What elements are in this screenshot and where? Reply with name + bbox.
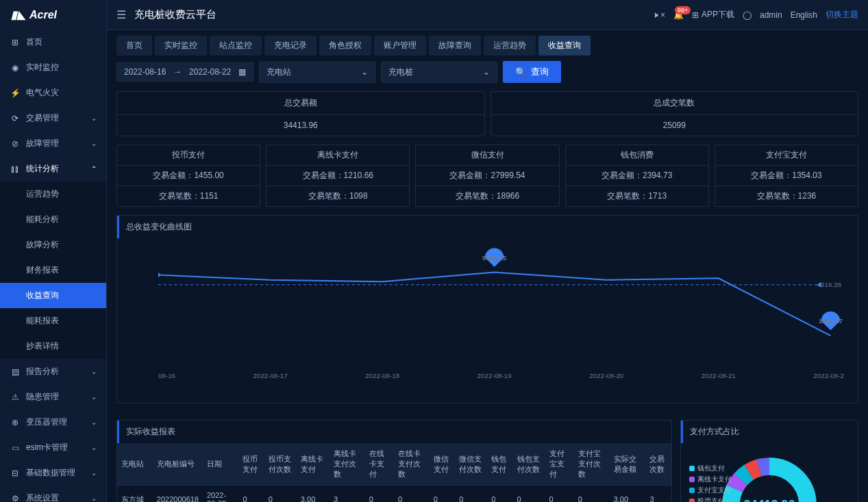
svg-text:2022-08-16: 2022-08-16 xyxy=(158,372,176,379)
tab[interactable]: 实时监控 xyxy=(155,36,207,55)
submenu-item[interactable]: 故障分析 xyxy=(0,232,106,258)
chevron-icon: ⌄ xyxy=(91,444,97,451)
submenu-item[interactable]: 收益查询 xyxy=(0,283,106,308)
table-header: 充电站 xyxy=(117,443,153,486)
table-cell: 0 xyxy=(394,486,430,503)
submenu-item[interactable]: 财务报表 xyxy=(0,258,106,283)
table-cell: 3 xyxy=(330,486,365,503)
table-row: 东方城20220006182022-08-22003.003000000003.… xyxy=(117,486,671,503)
svg-text:5658.25: 5658.25 xyxy=(482,254,507,262)
content: 2022-08-16 → 2022-08-22 ▦ 充电站 ⌄ 充电桩 ⌄ 🔍 … xyxy=(107,61,868,502)
mute-icon[interactable]: 🕨× xyxy=(652,10,665,20)
chevron-icon: ⌄ xyxy=(91,368,97,375)
tab[interactable]: 故障查询 xyxy=(429,36,481,55)
lang-switch[interactable]: English xyxy=(791,10,817,20)
table-cell: 2022-08-22 xyxy=(203,486,238,503)
tab[interactable]: 运营趋势 xyxy=(484,36,536,55)
table-cell: 0 xyxy=(545,486,574,503)
sidebar-item[interactable]: ⊟ 基础数据管理 ⌄ xyxy=(0,460,106,486)
menu-label: 首页 xyxy=(26,36,97,48)
chart-title: 总收益变化曲线图 xyxy=(117,216,858,238)
chevron-icon: ⌃ xyxy=(91,165,97,173)
tab[interactable]: 站点监控 xyxy=(210,36,262,55)
svg-text:1891.17: 1891.17 xyxy=(819,317,843,325)
header: ☰ 充电桩收费云平台 🕨× 🔔99+ ⊞ APP下载 ◯ admin Engli… xyxy=(107,0,868,30)
summary-card: 总成交笔数 25099 xyxy=(491,91,859,136)
paytype-title: 离线卡支付 xyxy=(266,145,409,166)
sidebar-item[interactable]: ⊘ 故障管理 ⌄ xyxy=(0,131,106,156)
tab[interactable]: 收益查询 xyxy=(538,36,591,55)
table-cell: 3.00 xyxy=(610,486,646,503)
date-range-input[interactable]: 2022-08-16 → 2022-08-22 ▦ xyxy=(116,62,253,81)
table-cell: 0 xyxy=(455,486,487,503)
table-header: 钱包支付次数 xyxy=(513,443,545,486)
theme-switch[interactable]: 切换主题 xyxy=(826,9,858,21)
menu-icon: ⚠ xyxy=(10,392,21,402)
menu-icon: ⚡ xyxy=(10,88,21,98)
sidebar-item[interactable]: ⚙ 系统设置 ⌄ xyxy=(0,486,106,502)
submenu-item[interactable]: 能耗分析 xyxy=(0,207,106,232)
brand-logo: ▮◣ Acrel xyxy=(0,0,106,29)
legend-label: 钱包支付 xyxy=(697,464,725,473)
search-button[interactable]: 🔍 查询 xyxy=(503,61,561,83)
sidebar-item[interactable]: ⚡ 电气火灾 xyxy=(0,80,106,105)
sidebar-item[interactable]: ⊕ 变压器管理 ⌄ xyxy=(0,410,106,435)
bell-icon[interactable]: 🔔99+ xyxy=(673,10,684,20)
tab[interactable]: 角色授权 xyxy=(319,36,371,55)
table-cell: 0 xyxy=(513,486,545,503)
svg-text:2022-08-21: 2022-08-21 xyxy=(702,372,736,379)
legend-item: 钱包支付 xyxy=(689,464,732,473)
paytype-amount: 交易金额：27999.54 xyxy=(416,166,558,186)
menu-label: 实时监控 xyxy=(26,62,97,73)
submenu-item[interactable]: 抄表详情 xyxy=(0,334,106,359)
menu-icon: ◉ xyxy=(10,63,21,73)
pile-select[interactable]: 充电桩 ⌄ xyxy=(381,62,497,83)
table-header: 离线卡支付次数 xyxy=(330,443,365,486)
tab[interactable]: 账户管理 xyxy=(374,36,426,55)
calendar-icon: ▦ xyxy=(238,67,246,77)
sidebar-item[interactable]: ▭ esim卡管理 ⌄ xyxy=(0,435,106,460)
tab[interactable]: 充电记录 xyxy=(264,36,317,55)
legend-label: 支付宝支付 xyxy=(697,486,732,495)
paytype-amount: 交易金额：1354.03 xyxy=(715,166,858,186)
chevron-icon: ⌄ xyxy=(91,114,97,122)
legend-item: 支付宝支付 xyxy=(689,486,732,495)
paytype-row: 投币支付 交易金额：1455.00 交易笔数：1151离线卡支付 交易金额：12… xyxy=(116,145,858,207)
menu-label: 变压器管理 xyxy=(26,416,86,428)
chevron-icon: ⌄ xyxy=(91,469,97,477)
sidebar-item[interactable]: ⚠ 隐患管理 ⌄ xyxy=(0,384,106,410)
user-icon[interactable]: ◯ xyxy=(743,10,752,20)
submenu-item[interactable]: 运营趋势 xyxy=(0,181,106,207)
paytype-card: 离线卡支付 交易金额：1210.66 交易笔数：1098 xyxy=(266,145,410,207)
tabs-bar: 首页实时监控站点监控充电记录角色授权账户管理故障查询运营趋势收益查询 xyxy=(107,30,868,61)
paytype-amount: 交易金额：1455.00 xyxy=(117,166,260,186)
menu-label: 系统设置 xyxy=(26,492,86,502)
menu-icon: ⊕ xyxy=(10,418,21,427)
menu-label: 电气火灾 xyxy=(26,87,97,99)
table-title: 实际收益报表 xyxy=(117,421,671,443)
sidebar-item[interactable]: ⫿⫿ 统计分析 ⌃ xyxy=(0,156,106,181)
page-title: 充电桩收费云平台 xyxy=(134,8,216,21)
menu-icon: ⟳ xyxy=(10,114,21,123)
table-cell: 3.00 xyxy=(297,486,330,503)
paytype-title: 投币支付 xyxy=(117,145,260,166)
menu-icon: ▤ xyxy=(10,367,21,377)
sidebar-item[interactable]: ⟳ 交易管理 ⌄ xyxy=(0,105,106,131)
sidebar-item[interactable]: ⊞ 首页 xyxy=(0,29,106,55)
table-header: 钱包支付 xyxy=(487,443,512,486)
table-wrap: 充电站充电桩编号日期投币支付投币支付次数离线卡支付离线卡支付次数在线卡支付在线卡… xyxy=(117,443,671,502)
station-select[interactable]: 充电站 ⌄ xyxy=(259,62,375,83)
menu-toggle-icon[interactable]: ☰ xyxy=(116,8,126,21)
user-name[interactable]: admin xyxy=(760,10,782,20)
table-cell: 0 xyxy=(264,486,297,503)
submenu-item[interactable]: 能耗报表 xyxy=(0,308,106,334)
svg-text:2022-08-19: 2022-08-19 xyxy=(478,372,512,379)
tab[interactable]: 首页 xyxy=(116,36,152,55)
sidebar-item[interactable]: ▤ 报告分析 ⌄ xyxy=(0,359,106,384)
paytype-card: 支付宝支付 交易金额：1354.03 交易笔数：1236 xyxy=(715,145,858,207)
paytype-count: 交易笔数：18966 xyxy=(416,186,558,206)
download-link[interactable]: ⊞ APP下载 xyxy=(692,9,734,21)
paytype-title: 钱包消费 xyxy=(566,145,708,166)
table-cell: 0 xyxy=(365,486,394,503)
sidebar-item[interactable]: ◉ 实时监控 xyxy=(0,55,106,80)
